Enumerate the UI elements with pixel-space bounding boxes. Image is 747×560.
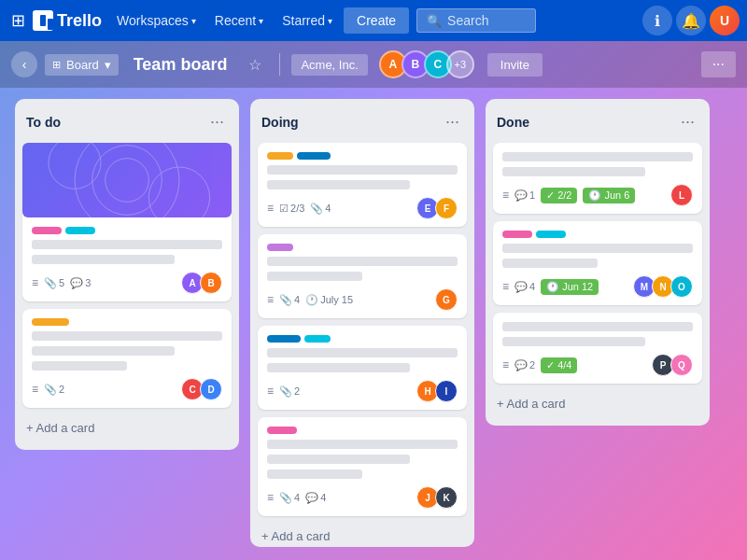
comments-meta: 💬 4: [514, 281, 535, 293]
card-text-line: [32, 346, 175, 356]
card-member-avatar[interactable]: I: [435, 380, 458, 402]
trello-wordmark: Trello: [57, 11, 102, 31]
card-member-avatars: P Q: [652, 354, 693, 376]
done-card-3[interactable]: ≡ 💬 2 ✓ 4/4 P Q: [493, 313, 702, 384]
doing-card-2[interactable]: ≡ 📎 4 🕐 July 15 G: [258, 234, 467, 318]
doing-card-1[interactable]: ≡ ☑ 2/3 📎 4 E F: [258, 143, 467, 227]
board-view-badge[interactable]: ⊞ Board ▾: [45, 54, 119, 76]
column-doing-menu-button[interactable]: ···: [442, 110, 463, 133]
card-member-avatar[interactable]: O: [670, 275, 693, 298]
column-todo-menu-button[interactable]: ···: [206, 110, 228, 133]
board-subbar: ‹ ⊞ Board ▾ Team board ☆ Acme, Inc. A B …: [0, 41, 747, 88]
paperclip-icon: 📎: [279, 294, 292, 306]
card-member-avatars: G: [435, 288, 458, 311]
card-meta: ≡ 📎 4 🕐 July 15 G: [267, 288, 458, 311]
card-text-line: [502, 337, 645, 346]
star-button[interactable]: ☆: [242, 51, 268, 77]
trello-logo-icon: [33, 10, 53, 31]
info-icon-button[interactable]: ℹ: [642, 6, 672, 35]
card-member-avatar[interactable]: K: [435, 486, 458, 509]
card-meta: ≡ 💬 4 🕐 Jun 12 M N O: [502, 275, 693, 298]
hamburger-icon: ≡: [502, 280, 509, 293]
top-navigation: ⊞ Trello Workspaces ▾ Recent ▾ Starred ▾…: [0, 0, 747, 41]
comments-count: 3: [85, 277, 91, 288]
board-title[interactable]: Team board: [126, 51, 235, 78]
invite-button[interactable]: Invite: [487, 53, 543, 77]
comments-meta: 💬 4: [305, 492, 326, 504]
hamburger-icon: ≡: [502, 189, 509, 202]
label-cyan: [536, 231, 566, 238]
card-member-avatar[interactable]: F: [435, 197, 458, 219]
grid-icon[interactable]: ⊞: [7, 7, 29, 35]
more-options-button[interactable]: ···: [701, 51, 736, 77]
check-icon: ☑: [279, 203, 289, 215]
board-content: To do ··· ≡: [0, 88, 747, 560]
label-pink: [502, 231, 532, 238]
done-card-2[interactable]: ≡ 💬 4 🕐 Jun 12 M N O: [493, 221, 702, 305]
workspaces-menu[interactable]: Workspaces ▾: [109, 7, 204, 34]
svg-point-1: [92, 146, 162, 216]
card-meta: ≡ 📎 5 💬 3 A B: [32, 272, 222, 294]
starred-menu[interactable]: Starred ▾: [275, 7, 340, 34]
card-text-line: [267, 257, 458, 266]
card-member-avatar[interactable]: B: [200, 272, 222, 294]
card-meta: ≡ 💬 2 ✓ 4/4 P Q: [502, 354, 693, 376]
todo-card-1[interactable]: ≡ 📎 5 💬 3 A B: [22, 143, 232, 301]
label-yellow: [267, 152, 293, 160]
comment-icon: 💬: [514, 189, 528, 202]
hamburger-icon: ≡: [32, 276, 38, 289]
attachments-count: 2: [294, 385, 300, 397]
card-member-avatar[interactable]: L: [670, 184, 693, 206]
card-member-avatar[interactable]: D: [200, 378, 222, 400]
card-member-avatar[interactable]: Q: [670, 354, 693, 376]
recent-menu[interactable]: Recent ▾: [207, 7, 271, 34]
todo-card-2[interactable]: ≡ 📎 2 C D: [22, 309, 232, 408]
due-date: July 15: [320, 294, 353, 305]
add-card-button-done[interactable]: + Add a card: [493, 391, 702, 416]
add-card-button-doing[interactable]: + Add a card: [258, 524, 467, 547]
paperclip-icon: 📎: [279, 492, 292, 504]
clock-icon: 🕐: [305, 294, 318, 306]
comment-icon: 💬: [305, 492, 318, 504]
attachments-count: 5: [59, 277, 64, 288]
create-button[interactable]: Create: [344, 7, 409, 34]
divider: [279, 53, 280, 76]
hamburger-icon: ≡: [267, 293, 274, 306]
doing-card-3[interactable]: ≡ 📎 2 H I: [258, 326, 467, 410]
notifications-icon-button[interactable]: 🔔: [676, 6, 706, 35]
comments-meta: 💬 1: [514, 189, 535, 202]
search-box[interactable]: 🔍: [416, 8, 536, 33]
search-input[interactable]: [447, 13, 526, 28]
hamburger-icon: ≡: [267, 491, 274, 504]
column-doing: Doing ··· ≡ ☑ 2/3 📎 4: [250, 99, 474, 547]
board-icon: ⊞: [52, 59, 61, 71]
card-member-avatar[interactable]: G: [435, 288, 458, 311]
done-card-1[interactable]: ≡ 💬 1 ✓ 2/2 🕐 Jun 6 L: [493, 143, 702, 214]
card-labels: [267, 152, 458, 160]
column-done-menu-button[interactable]: ···: [677, 110, 698, 133]
card-meta: ≡ ☑ 2/3 📎 4 E F: [267, 197, 458, 219]
checklist-badge: ✓ 2/2: [541, 188, 577, 203]
label-purple: [267, 244, 293, 251]
card-cover-image: [22, 143, 232, 217]
label-cyan: [65, 227, 95, 234]
paperclip-icon: 📎: [279, 385, 292, 398]
add-card-button-todo[interactable]: + Add a card: [22, 415, 232, 441]
card-member-avatars: H I: [416, 380, 458, 402]
card-labels: [267, 335, 458, 343]
attachments-meta: 📎 4: [279, 294, 300, 306]
user-avatar[interactable]: U: [710, 6, 740, 35]
doing-card-4[interactable]: ≡ 📎 4 💬 4 J K: [258, 417, 467, 516]
search-icon: 🔍: [427, 14, 442, 28]
comment-icon: 💬: [70, 277, 83, 289]
more-members-badge[interactable]: +3: [446, 50, 474, 78]
workspace-badge[interactable]: Acme, Inc.: [291, 54, 367, 76]
attachments-meta: 📎 4: [279, 492, 300, 504]
svg-point-0: [75, 143, 179, 217]
label-blue: [297, 152, 331, 160]
chevron-down-icon: ▾: [259, 16, 263, 26]
trello-logo[interactable]: Trello: [33, 10, 102, 31]
hamburger-icon: ≡: [32, 383, 38, 396]
back-button[interactable]: ‹: [11, 51, 37, 77]
card-text-line: [267, 165, 458, 175]
